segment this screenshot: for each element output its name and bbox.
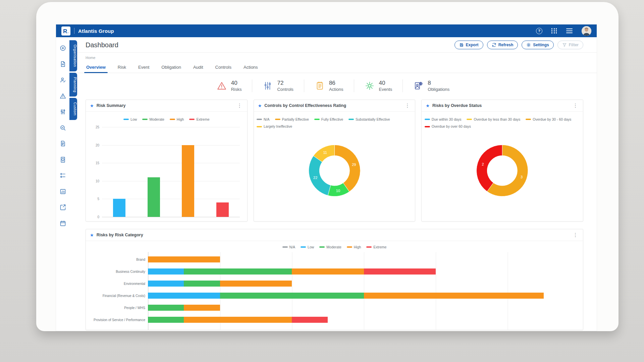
stacked-bar [148, 293, 580, 299]
sidebar-tab-organisation[interactable]: Organisation [69, 40, 77, 71]
legend-item[interactable]: Extreme [366, 245, 386, 249]
bar-segment-high[interactable] [220, 281, 292, 287]
document-icon[interactable] [56, 136, 69, 152]
card-menu-button[interactable]: ⋮ [572, 232, 579, 238]
breadcrumb[interactable]: Home [69, 53, 597, 62]
export-button[interactable]: Export [454, 41, 483, 49]
legend-item[interactable]: Overdue by less than 30 days [467, 117, 520, 122]
tab-event[interactable]: Event [138, 62, 150, 73]
legend-item[interactable]: N/A [257, 117, 270, 122]
legend-item[interactable]: Fully Effective [314, 117, 343, 122]
filter-button: Filter [557, 41, 583, 49]
category-label: Environmental [86, 282, 148, 286]
apps-grid-icon[interactable] [551, 28, 557, 33]
bar-extreme[interactable] [216, 202, 229, 217]
user-avatar[interactable] [582, 26, 591, 36]
bar-high[interactable] [182, 145, 194, 217]
document-edit-icon[interactable] [56, 56, 69, 72]
legend-item[interactable]: Largely Ineffective [257, 124, 292, 129]
card-menu-button[interactable]: ⋮ [572, 103, 579, 109]
bar-low[interactable] [113, 199, 125, 217]
tab-actions[interactable]: Actions [243, 62, 259, 73]
favorite-star-icon[interactable]: ★ [90, 104, 94, 108]
kpi-controls[interactable]: 72Controls [252, 79, 304, 92]
bar-segment-extreme[interactable] [364, 268, 436, 275]
kpi-events[interactable]: 40Events [354, 79, 403, 92]
legend-swatch [348, 119, 354, 120]
shield-document-icon[interactable] [56, 152, 69, 168]
legend-item[interactable]: High [170, 117, 184, 121]
kpi-actions[interactable]: 86Actions [304, 79, 354, 92]
bar-segment-low[interactable] [148, 268, 184, 275]
bar-segment-low[interactable] [148, 281, 184, 287]
filters-icon[interactable] [56, 104, 69, 120]
stacked-bar [148, 256, 580, 262]
donut-chart: 29102211 [254, 132, 415, 211]
donut-slice-substantially-effective[interactable] [309, 156, 330, 195]
plus-circle-icon[interactable] [56, 40, 69, 56]
calendar-icon[interactable] [56, 216, 69, 232]
refresh-button[interactable]: Refresh [487, 41, 518, 49]
legend-item[interactable]: N/A [282, 245, 296, 249]
bar-segment-high[interactable] [148, 256, 220, 262]
legend-item[interactable]: Low [123, 117, 137, 121]
bar-segment-moderate[interactable] [220, 293, 364, 299]
legend-item[interactable]: Overdue by over 60 days [425, 124, 471, 129]
share-window-icon[interactable] [56, 199, 69, 216]
tab-controls[interactable]: Controls [215, 62, 232, 73]
checklist-icon[interactable] [56, 168, 69, 184]
card-menu-button[interactable]: ⋮ [236, 103, 243, 109]
person-edit-icon[interactable] [56, 72, 69, 88]
warning-triangle-icon[interactable] [56, 88, 69, 104]
bar-segment-high[interactable] [184, 317, 292, 323]
legend-item[interactable]: Moderate [319, 245, 341, 249]
stacked-bar-chart: BrandBusiness ContinuityEnvironmentalFin… [86, 253, 580, 326]
search-check-icon[interactable] [56, 120, 69, 136]
bar-segment-high[interactable] [364, 293, 544, 299]
bar-segment-high[interactable] [292, 268, 364, 275]
bar-segment-extreme[interactable] [292, 317, 328, 323]
app-logo[interactable]: R. [61, 26, 70, 36]
legend-item[interactable]: Overdue by 30 - 60 days [526, 117, 571, 122]
card-menu-button[interactable]: ⋮ [404, 103, 411, 109]
bar-segment-high[interactable] [184, 305, 220, 311]
chart-frame-icon[interactable] [56, 184, 69, 200]
legend-item[interactable]: High [347, 245, 361, 249]
legend-item[interactable]: Substantially Effective [348, 117, 390, 122]
favorite-star-icon[interactable]: ★ [90, 233, 94, 237]
category-label: Business Continuity [86, 270, 148, 274]
bar-segment-moderate[interactable] [148, 317, 184, 323]
legend-item[interactable]: Low [301, 245, 314, 249]
settings-button[interactable]: Settings [522, 41, 553, 49]
kpi-risks[interactable]: 40Risks [206, 79, 252, 92]
bar-segment-moderate[interactable] [184, 281, 220, 287]
donut-slice-overdue-by-over-60-days[interactable] [477, 145, 502, 191]
kpi-value: 40 [379, 79, 392, 86]
bar-segment-moderate[interactable] [184, 268, 292, 275]
warning-triangle-icon [217, 81, 227, 91]
sidebar-group-tabs: Organisation Planning Custom [69, 40, 77, 120]
y-axis-tick-label: 20 [90, 143, 99, 147]
sidebar-tab-planning[interactable]: Planning [69, 73, 77, 97]
sidebar-tab-custom[interactable]: Custom [69, 98, 77, 120]
favorite-star-icon[interactable]: ★ [258, 104, 262, 108]
bar-segment-low[interactable] [148, 293, 220, 299]
legend-swatch [366, 246, 372, 248]
help-icon[interactable]: ? [536, 28, 542, 34]
tab-audit[interactable]: Audit [193, 62, 204, 73]
kpi-obligations[interactable]: 8Obligations [402, 79, 460, 92]
legend-item[interactable]: Extreme [189, 117, 209, 121]
tab-obligation[interactable]: Obligation [161, 62, 182, 73]
donut-slice-partially-effective[interactable] [334, 145, 360, 192]
menu-icon[interactable] [566, 28, 573, 34]
tab-risk[interactable]: Risk [117, 62, 127, 73]
bar-segment-moderate[interactable] [148, 305, 184, 311]
legend-item[interactable]: Partially Effective [275, 117, 309, 122]
legend-item[interactable]: Moderate [142, 117, 164, 121]
bar-moderate[interactable] [148, 177, 160, 217]
obligation-doc-icon [413, 81, 423, 91]
legend-label: Low [130, 117, 137, 121]
legend-item[interactable]: Due within 30 days [425, 117, 462, 122]
tab-overview[interactable]: Overview [86, 62, 106, 73]
favorite-star-icon[interactable]: ★ [426, 104, 430, 108]
